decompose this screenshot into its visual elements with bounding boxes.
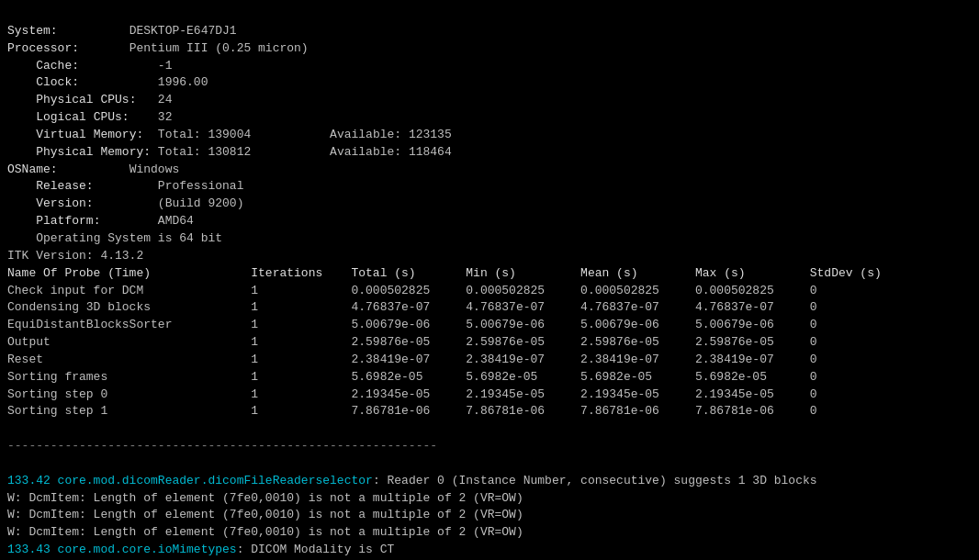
table-row: Sorting frames 1 5.6982e-05 5.6982e-05 5… xyxy=(7,370,817,384)
table-row: Output 1 2.59876e-05 2.59876e-05 2.59876… xyxy=(7,335,817,349)
log-line: W: DcmItem: Length of element (7fe0,0010… xyxy=(7,508,523,521)
table-header: Name Of Probe (Time) Iterations Total (s… xyxy=(7,266,882,280)
table-rows: Check input for DCM 1 0.000502825 0.0005… xyxy=(7,284,817,419)
table-row: Condensing 3D blocks 1 4.76837e-07 4.768… xyxy=(7,300,817,314)
log-line: 133.43 core.mod.core.ioMimetypes: DICOM … xyxy=(7,543,394,556)
log-line: W: DcmItem: Length of element (7fe0,0010… xyxy=(7,525,523,539)
log-line: 133.42 core.mod.dicomReader.dicomFileRea… xyxy=(7,474,817,487)
table-row: Check input for DCM 1 0.000502825 0.0005… xyxy=(7,284,817,297)
log-lines: 133.42 core.mod.dicomReader.dicomFileRea… xyxy=(7,474,817,560)
log-line: W: DcmItem: Length of element (7fe0,0010… xyxy=(7,491,523,505)
divider1: ----------------------------------------… xyxy=(7,439,437,453)
terminal: System: DESKTOP-E647DJ1 Processor: Penti… xyxy=(7,6,972,560)
table-row: Reset 1 2.38419e-07 2.38419e-07 2.38419e… xyxy=(7,353,817,366)
table-row: Sorting step 1 1 7.86781e-06 7.86781e-06… xyxy=(7,404,817,418)
table-row: EquiDistantBlocksSorter 1 5.00679e-06 5.… xyxy=(7,318,817,331)
system-info: System: DESKTOP-E647DJ1 Processor: Penti… xyxy=(7,24,452,263)
table-row: Sorting step 0 1 2.19345e-05 2.19345e-05… xyxy=(7,387,817,401)
